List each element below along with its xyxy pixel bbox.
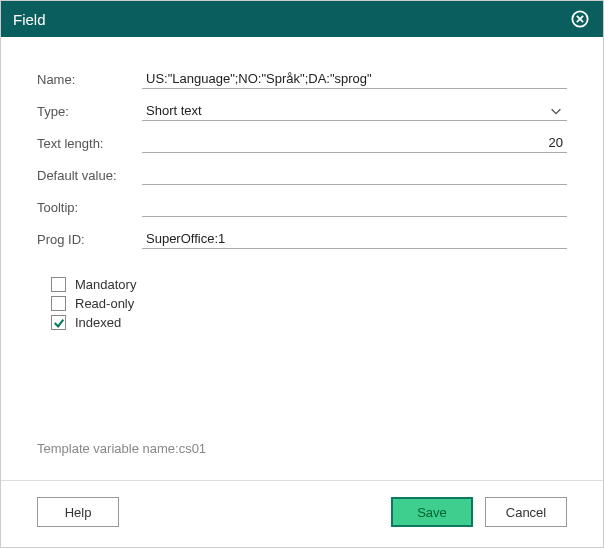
label-text-length: Text length: [37,136,142,151]
checkmark-icon [53,317,65,329]
text-length-input[interactable] [142,133,567,153]
label-prog-id: Prog ID: [37,232,142,247]
template-variable-value: cs01 [179,441,206,456]
label-tooltip: Tooltip: [37,200,142,215]
tooltip-input[interactable] [142,197,567,217]
row-tooltip: Tooltip: [37,195,567,219]
row-type: Type: Short text [37,99,567,123]
dialog-footer: Help Save Cancel [1,480,603,547]
label-name: Name: [37,72,142,87]
checkbox-label-readonly: Read-only [75,296,134,311]
row-prog-id: Prog ID: [37,227,567,251]
default-value-input[interactable] [142,165,567,185]
titlebar: Field [1,1,603,37]
prog-id-input[interactable] [142,229,567,249]
dialog-title: Field [13,11,569,28]
checkbox-box [51,277,66,292]
checkbox-group: Mandatory Read-only Indexed [51,277,567,334]
template-variable-line: Template variable name:cs01 [37,441,567,468]
template-variable-label: Template variable name: [37,441,179,456]
help-button[interactable]: Help [37,497,119,527]
type-select[interactable]: Short text [142,101,567,121]
checkbox-label-mandatory: Mandatory [75,277,136,292]
row-text-length: Text length: [37,131,567,155]
save-button[interactable]: Save [391,497,473,527]
close-button[interactable] [569,8,591,30]
field-dialog: Field Name: Type: Short text Text leng [0,0,604,548]
chevron-down-icon [549,104,563,118]
type-select-value: Short text [146,103,549,118]
name-input[interactable] [142,69,567,89]
checkbox-label-indexed: Indexed [75,315,121,330]
checkbox-indexed[interactable]: Indexed [51,315,567,330]
checkbox-box [51,315,66,330]
close-icon [571,10,589,28]
label-default-value: Default value: [37,168,142,183]
label-type: Type: [37,104,142,119]
checkbox-mandatory[interactable]: Mandatory [51,277,567,292]
row-name: Name: [37,67,567,91]
cancel-button[interactable]: Cancel [485,497,567,527]
checkbox-box [51,296,66,311]
checkbox-readonly[interactable]: Read-only [51,296,567,311]
dialog-body: Name: Type: Short text Text length: Defa… [1,37,603,480]
row-default-value: Default value: [37,163,567,187]
